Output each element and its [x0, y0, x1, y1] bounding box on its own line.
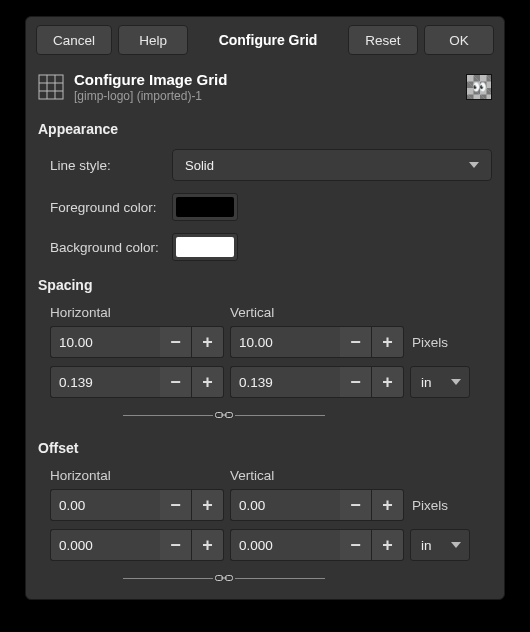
offset-v-unit-plus[interactable]: + — [372, 529, 404, 561]
svg-rect-0 — [39, 75, 63, 99]
offset-vertical-header: Vertical — [230, 468, 410, 483]
dialog-title: Configure Grid — [194, 32, 342, 48]
line-style-select[interactable]: Solid — [172, 149, 492, 181]
offset-h-px-spinbox: − + — [50, 489, 224, 521]
offset-v-unit-spinbox: − + — [230, 529, 404, 561]
offset-v-unit-minus[interactable]: − — [340, 529, 372, 561]
offset-h-px-minus[interactable]: − — [160, 489, 192, 521]
chevron-down-icon — [469, 162, 479, 168]
offset-h-px-plus[interactable]: + — [192, 489, 224, 521]
offset-h-unit-plus[interactable]: + — [192, 529, 224, 561]
spacing-v-px-plus[interactable]: + — [372, 326, 404, 358]
appearance-section-title: Appearance — [38, 121, 492, 137]
content: Appearance Line style: Solid Foreground … — [26, 107, 504, 603]
spacing-unit-select[interactable]: in — [410, 366, 470, 398]
chevron-down-icon — [451, 379, 461, 385]
background-color-label: Background color: — [50, 240, 162, 255]
line-style-label: Line style: — [50, 158, 162, 173]
foreground-color-label: Foreground color: — [50, 200, 162, 215]
spacing-link-row — [38, 408, 398, 422]
spacing-h-unit-minus[interactable]: − — [160, 366, 192, 398]
spacing-section-title: Spacing — [38, 277, 492, 293]
offset-v-px-minus[interactable]: − — [340, 489, 372, 521]
offset-link-row — [38, 571, 398, 585]
spacing-link-icon[interactable] — [213, 408, 235, 422]
spacing-vertical-header: Vertical — [230, 305, 410, 320]
header-subtitle: [gimp-logo] (imported)-1 — [74, 89, 456, 103]
offset-v-px-plus[interactable]: + — [372, 489, 404, 521]
spacing-v-unit-input[interactable] — [230, 366, 340, 398]
offset-v-unit-input[interactable] — [230, 529, 340, 561]
offset-unit-select[interactable]: in — [410, 529, 470, 561]
spacing-h-px-spinbox: − + — [50, 326, 224, 358]
spacing-v-px-minus[interactable]: − — [340, 326, 372, 358]
foreground-color-button[interactable] — [172, 193, 238, 221]
help-button[interactable]: Help — [118, 25, 188, 55]
offset-section-title: Offset — [38, 440, 492, 456]
offset-link-icon[interactable] — [213, 571, 235, 585]
offset-h-unit-spinbox: − + — [50, 529, 224, 561]
header-title: Configure Image Grid — [74, 71, 456, 88]
line-style-value: Solid — [185, 158, 214, 173]
offset-unit-value: in — [421, 538, 432, 553]
offset-h-unit-minus[interactable]: − — [160, 529, 192, 561]
ok-button[interactable]: OK — [424, 25, 494, 55]
offset-v-px-spinbox: − + — [230, 489, 404, 521]
titlebar: Cancel Help Configure Grid Reset OK — [26, 17, 504, 63]
spacing-horizontal-header: Horizontal — [50, 305, 230, 320]
offset-h-unit-input[interactable] — [50, 529, 160, 561]
image-thumbnail — [466, 74, 492, 100]
grid-icon — [38, 74, 64, 100]
spacing-h-px-minus[interactable]: − — [160, 326, 192, 358]
offset-px-label: Pixels — [410, 498, 448, 513]
spacing-px-label: Pixels — [410, 335, 448, 350]
spacing-h-px-input[interactable] — [50, 326, 160, 358]
spacing-v-px-spinbox: − + — [230, 326, 404, 358]
offset-horizontal-header: Horizontal — [50, 468, 230, 483]
reset-button[interactable]: Reset — [348, 25, 418, 55]
foreground-color-swatch — [176, 197, 234, 217]
chevron-down-icon — [451, 542, 461, 548]
spacing-v-unit-spinbox: − + — [230, 366, 404, 398]
background-color-button[interactable] — [172, 233, 238, 261]
spacing-h-unit-spinbox: − + — [50, 366, 224, 398]
spacing-h-unit-plus[interactable]: + — [192, 366, 224, 398]
spacing-v-unit-plus[interactable]: + — [372, 366, 404, 398]
background-color-swatch — [176, 237, 234, 257]
spacing-h-unit-input[interactable] — [50, 366, 160, 398]
header: Configure Image Grid [gimp-logo] (import… — [26, 63, 504, 107]
offset-h-px-input[interactable] — [50, 489, 160, 521]
spacing-unit-value: in — [421, 375, 432, 390]
spacing-v-px-input[interactable] — [230, 326, 340, 358]
cancel-button[interactable]: Cancel — [36, 25, 112, 55]
offset-v-px-input[interactable] — [230, 489, 340, 521]
spacing-h-px-plus[interactable]: + — [192, 326, 224, 358]
configure-grid-dialog: Cancel Help Configure Grid Reset OK Conf… — [25, 16, 505, 600]
spacing-v-unit-minus[interactable]: − — [340, 366, 372, 398]
